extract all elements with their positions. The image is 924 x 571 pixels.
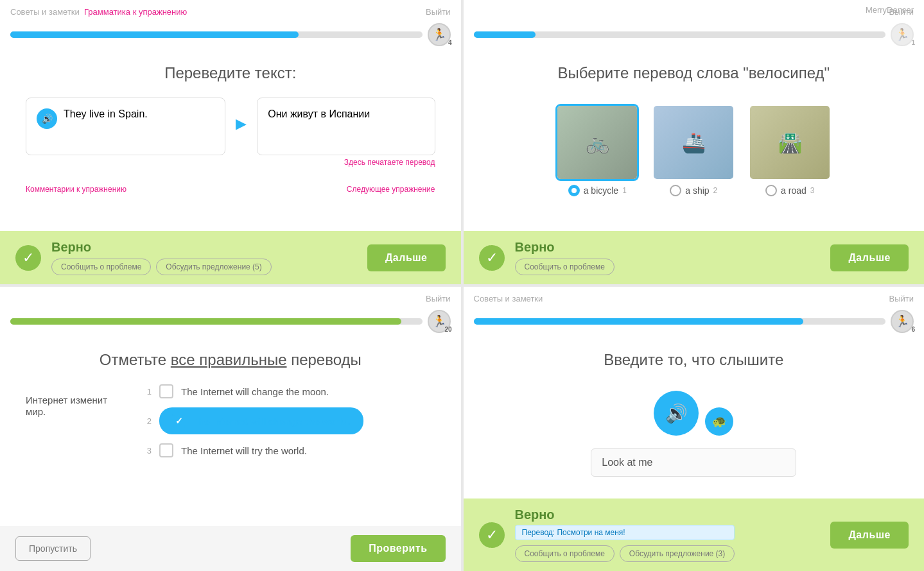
ship-image: 🚢: [654, 106, 733, 179]
next-btn-2[interactable]: Дальше: [830, 244, 909, 271]
choice-ship[interactable]: 🚢 a ship 2: [652, 104, 735, 196]
bottom-bar-1: ✓ Верно Сообщить о проблеме Обсудить пре…: [0, 231, 461, 284]
radio-ship[interactable]: [670, 185, 681, 196]
speaker-btn-1[interactable]: 🔊: [37, 108, 57, 129]
translation-options: 1 The Internet will change the moon. 2 T…: [141, 384, 449, 457]
panel-content-4: Введите то, что слышите 🔊 🐢: [464, 338, 925, 499]
exit-btn-3[interactable]: Выйти: [426, 294, 451, 303]
progress-bar-3: 🏃 20: [0, 310, 461, 338]
correct-label-4: Верно: [515, 507, 735, 522]
option-checkbox-2[interactable]: [172, 414, 186, 428]
panel-title-1: Переведите текст:: [26, 64, 435, 82]
correct-label-1: Верно Сообщить о проблеме Обсудить предл…: [51, 240, 272, 275]
translation-tag: Перевод: Посмотри на меня!: [515, 525, 735, 540]
sidebar-sentence: Интернет изменит мир.: [26, 395, 107, 417]
runner-num-1: 4: [448, 39, 452, 46]
comment-link[interactable]: Комментарии к упражнению: [26, 185, 126, 194]
runner-icon-3: 🏃 20: [428, 310, 451, 333]
option-checkbox-3[interactable]: [159, 443, 173, 457]
check-circle-1: ✓: [15, 245, 41, 271]
panel-mark: Выйти 🏃 20 Отметьте все правильные перев…: [0, 287, 461, 571]
progress-fill-3: [10, 318, 401, 325]
arrow-right: ▶: [236, 115, 247, 132]
progress-track-4: [474, 318, 886, 325]
bottom-actions-4: Дальше: [830, 522, 909, 549]
option-num-1: 1: [141, 387, 152, 396]
translate-hint: Здесь печатаете перевод: [257, 158, 435, 167]
image-frame-bicycle: 🚲: [555, 104, 639, 181]
panel-translate: Советы и заметки Грамматика к упражнению…: [0, 0, 461, 284]
runner-icon-1: 🏃 4: [428, 23, 451, 46]
check-circle-4: ✓: [479, 522, 505, 548]
option-num-2: 2: [141, 416, 152, 426]
option-text-3: The Internet will try the world.: [181, 445, 307, 456]
correct-label-2: Верно Сообщить о проблеме: [515, 240, 615, 275]
choice-road[interactable]: 🛣️ a road 3: [748, 104, 832, 196]
next-btn-4[interactable]: Дальше: [830, 522, 909, 549]
choice-text-ship: a ship: [685, 185, 709, 196]
exit-btn-4[interactable]: Выйти: [889, 294, 914, 303]
option-text-1: The Internet will change the moon.: [181, 386, 329, 397]
dictation-area: 🔊 🐢: [489, 384, 899, 477]
option-row-1: 1 The Internet will change the moon.: [141, 384, 449, 398]
exit-btn-1[interactable]: Выйти: [426, 7, 451, 17]
translation-box[interactable]: Они живут в Испании: [257, 98, 435, 155]
bottom-actions-1: Дальше: [367, 244, 446, 271]
radio-bicycle[interactable]: [568, 185, 580, 196]
bottom-actions-2: Дальше: [830, 244, 909, 271]
panel-content-3: Отметьте все правильные переводы Интерне…: [0, 338, 461, 526]
runner-num-2: 1: [911, 39, 915, 46]
tips-link-1[interactable]: Советы и заметки: [10, 7, 80, 17]
choice-label-ship: a ship 2: [670, 185, 717, 196]
option-bubble-2[interactable]: The Internet will change the world.: [159, 407, 363, 434]
report-btn-2[interactable]: Сообщить о проблеме: [515, 259, 615, 275]
progress-fill-4: [474, 318, 803, 325]
radio-road[interactable]: [765, 185, 777, 196]
choice-label-road: a road 3: [765, 185, 814, 196]
road-image: 🛣️: [750, 106, 830, 179]
tips-link-4[interactable]: Советы и заметки: [474, 294, 543, 303]
option-checkbox-1[interactable]: [159, 384, 173, 398]
discuss-btn-4[interactable]: Обсудить предложение (3): [620, 545, 735, 562]
progress-fill-2: [474, 31, 536, 38]
panel-content-2: Выберите перевод слова "велосипед" 🚲 a b…: [464, 51, 925, 231]
panel-title-2: Выберите перевод слова "велосипед": [489, 64, 899, 82]
panel-choose: MerryDancer Выйти 🏃 1 Выберите перевод с…: [464, 0, 925, 284]
choice-num-bicycle: 1: [622, 186, 627, 195]
next-btn-1[interactable]: Дальше: [367, 244, 446, 271]
choice-text-road: a road: [781, 185, 806, 196]
translation-text: Они живут в Испании: [268, 108, 370, 120]
translate-boxes: 🔊 They live in Spain. ▶ Они живут в Испа…: [26, 98, 435, 167]
report-btn-4[interactable]: Сообщить о проблеме: [515, 545, 615, 562]
check-btn-3[interactable]: Проверить: [351, 535, 445, 562]
choice-num-road: 3: [810, 186, 815, 195]
progress-bar-2: 🏃 1: [464, 23, 925, 51]
next-link[interactable]: Следующее упражнение: [347, 185, 435, 194]
dictation-input[interactable]: [591, 448, 796, 477]
runner-icon-4: 🏃 6: [891, 310, 914, 333]
audio-btn-slow[interactable]: 🐢: [705, 407, 733, 436]
runner-num-4: 6: [911, 326, 915, 333]
progress-track-3: [10, 318, 423, 325]
choice-bicycle[interactable]: 🚲 a bicycle 1: [555, 104, 639, 196]
check-circle-2: ✓: [479, 245, 505, 271]
choice-label-bicycle: a bicycle 1: [568, 185, 627, 196]
top-bar-1: Советы и заметки Грамматика к упражнению…: [0, 0, 461, 23]
runner-icon-2: 🏃 1: [891, 23, 914, 46]
source-box: 🔊 They live in Spain.: [26, 98, 225, 155]
bottom-bar-4: ✓ Верно Перевод: Посмотри на меня! Сообщ…: [464, 499, 925, 571]
report-btn-1[interactable]: Сообщить о проблеме: [51, 259, 151, 275]
discuss-btn-1[interactable]: Обсудить предложение (5): [156, 259, 271, 275]
runner-num-3: 20: [444, 326, 451, 333]
bottom-sub-4: Верно Перевод: Посмотри на меня! Сообщит…: [515, 507, 735, 562]
username: MerryDancer: [866, 5, 914, 15]
image-choices: 🚲 a bicycle 1 🚢 a ship 2: [489, 104, 899, 196]
audio-btn-main[interactable]: 🔊: [654, 391, 699, 436]
bottom-bar-3: Пропустить Проверить: [0, 526, 461, 571]
skip-btn-3[interactable]: Пропустить: [15, 536, 91, 561]
grammar-link-1[interactable]: Грамматика к упражнению: [84, 7, 187, 17]
choice-num-ship: 2: [713, 186, 718, 195]
panel-title-4: Введите то, что слышите: [489, 351, 899, 369]
option-row-3: 3 The Internet will try the world.: [141, 443, 449, 457]
bike-image: 🚲: [557, 106, 637, 179]
